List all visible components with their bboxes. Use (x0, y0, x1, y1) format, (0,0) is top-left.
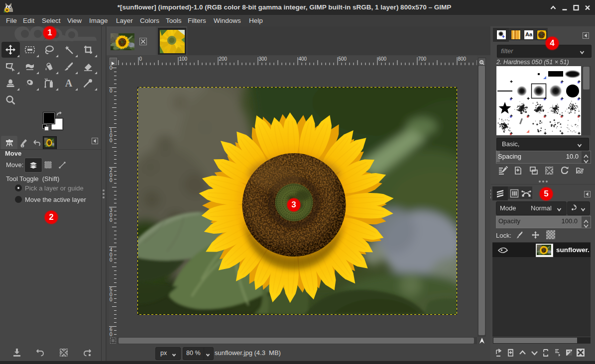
svg-text:A: A (65, 78, 73, 89)
svg-text:0: 0 (110, 217, 113, 223)
svg-text:600: 600 (378, 56, 387, 62)
svg-text:200: 200 (219, 56, 228, 62)
svg-text:0: 0 (110, 178, 113, 183)
svg-text:0: 0 (139, 56, 142, 62)
svg-text:0: 0 (110, 65, 113, 71)
svg-text:400: 400 (299, 56, 307, 62)
svg-text:0: 0 (110, 297, 113, 302)
svg-text:0: 0 (110, 138, 113, 143)
svg-text:800: 800 (458, 56, 467, 62)
svg-text:500: 500 (339, 56, 347, 62)
svg-text:300: 300 (259, 56, 267, 62)
svg-text:0: 0 (110, 332, 113, 337)
svg-text:700: 700 (418, 56, 427, 62)
svg-text:0: 0 (110, 88, 113, 93)
svg-text:100: 100 (179, 56, 188, 62)
svg-text:0: 0 (110, 257, 113, 263)
